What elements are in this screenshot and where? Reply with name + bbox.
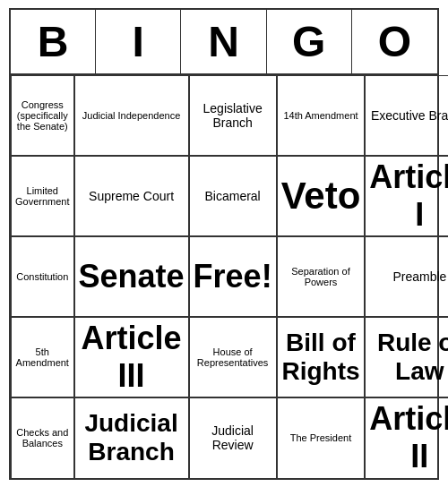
bingo-cell-14: Preamble <box>365 236 448 317</box>
header-letter: I <box>96 10 181 73</box>
bingo-cell-9: Article I <box>365 156 448 236</box>
bingo-grid: Congress (specifically the Senate)Judici… <box>11 75 437 478</box>
bingo-cell-21: Judicial Branch <box>74 397 189 478</box>
bingo-card: BINGO Congress (specifically the Senate)… <box>9 8 439 480</box>
header-letter: B <box>11 10 96 73</box>
bingo-cell-10: Constitution <box>11 236 74 317</box>
bingo-cell-22: Judicial Review <box>189 397 277 478</box>
bingo-cell-4: Executive Branch <box>365 75 448 156</box>
bingo-cell-2: Legislative Branch <box>189 75 277 156</box>
bingo-cell-1: Judicial Independence <box>74 75 189 156</box>
bingo-cell-17: House of Representatives <box>189 317 277 397</box>
header-letter: O <box>352 10 437 73</box>
bingo-cell-18: Bill of Rights <box>277 317 366 397</box>
bingo-cell-15: 5th Amendment <box>11 317 74 397</box>
bingo-cell-20: Checks and Balances <box>11 397 74 478</box>
bingo-cell-23: The President <box>277 397 366 478</box>
header-letter: N <box>181 10 266 73</box>
bingo-cell-8: Veto <box>277 156 366 236</box>
bingo-cell-6: Supreme Court <box>74 156 189 236</box>
bingo-cell-12: Free! <box>189 236 277 317</box>
bingo-cell-13: Separation of Powers <box>277 236 366 317</box>
bingo-cell-7: Bicameral <box>189 156 277 236</box>
bingo-cell-24: Article II <box>365 397 448 478</box>
bingo-header: BINGO <box>11 10 437 75</box>
bingo-cell-11: Senate <box>74 236 189 317</box>
header-letter: G <box>267 10 352 73</box>
bingo-cell-0: Congress (specifically the Senate) <box>11 75 74 156</box>
bingo-cell-19: Rule of Law <box>365 317 448 397</box>
bingo-cell-5: Limited Government <box>11 156 74 236</box>
bingo-cell-3: 14th Amendment <box>277 75 366 156</box>
bingo-cell-16: Article III <box>74 317 189 397</box>
